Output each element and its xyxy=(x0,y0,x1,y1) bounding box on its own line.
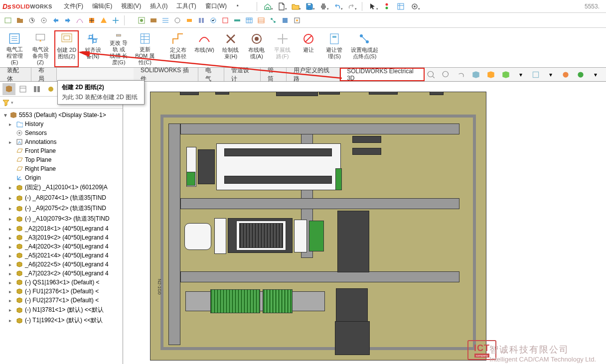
tree-item[interactable]: ▸(-) QS1|1963<1> (Default) < xyxy=(0,278,123,287)
rb-define-route[interactable]: 定义布 线路径 xyxy=(166,30,190,67)
tree-root[interactable]: ▼ 5553 (Default) <Display State-1> xyxy=(0,111,123,120)
fm-tab-config[interactable] xyxy=(30,83,43,95)
tree-item[interactable]: ▸_A4|2020<3> (40*50|Legrand 4 xyxy=(0,242,123,251)
menu-view[interactable]: 视图(V) xyxy=(117,0,145,12)
tb-12[interactable] xyxy=(148,15,159,26)
tree-item[interactable]: ▸(-) FU1|2376<1> (Default) < xyxy=(0,287,123,296)
rb-change-rail[interactable]: 更改 导 轨 或 线槽 长 度(G) xyxy=(107,30,131,67)
open-icon[interactable]: ▾ xyxy=(289,1,302,12)
rb-avoid-mgr[interactable]: 避让管 理(S) xyxy=(322,30,346,67)
redo-icon[interactable]: ▾ xyxy=(345,1,358,12)
tree-item[interactable]: ▸_A3|2019<2> (40*50|Legrand 4 xyxy=(0,233,123,242)
tb-16[interactable] xyxy=(196,15,207,26)
tb-21[interactable] xyxy=(256,15,267,26)
tb-4[interactable] xyxy=(38,15,49,26)
rb-avoid[interactable]: 避让 xyxy=(297,30,320,67)
menu-tools[interactable]: 工具(T) xyxy=(172,0,200,12)
rb-create-2d-drawing[interactable]: 创建 2D 图纸(2) xyxy=(54,30,79,67)
prev-view-icon[interactable] xyxy=(454,69,467,80)
zoom-area-icon[interactable] xyxy=(440,69,453,80)
tree-item[interactable]: ▸_A5|2021<4> (40*50|Legrand 4 xyxy=(0,251,123,260)
tb-19[interactable] xyxy=(232,15,243,26)
tab-sw-electrical-3d[interactable]: SOLIDWORKS Electrical 3D xyxy=(340,68,425,81)
home-icon[interactable]: ▾ xyxy=(261,1,274,12)
cursor-icon[interactable]: ▾ xyxy=(366,1,379,12)
menu-insert[interactable]: 插入(I) xyxy=(146,0,171,12)
tb-22[interactable] xyxy=(268,15,279,26)
tb-3[interactable] xyxy=(26,15,37,26)
tab-assembly[interactable]: 装配体 xyxy=(0,68,31,81)
tb-1[interactable] xyxy=(2,15,13,26)
fm-tab-props[interactable] xyxy=(16,83,29,95)
more2[interactable]: ▾ xyxy=(589,69,602,80)
new-icon[interactable]: ▾ xyxy=(275,1,288,12)
tree-item[interactable]: ▸(-) _A8|2074<1> (轨道35|TIND xyxy=(0,193,123,203)
rb-elec-wizard[interactable]: 电气设 备向导 (Z) xyxy=(28,30,52,67)
tb-20[interactable] xyxy=(244,15,255,26)
tab-sw-plugin[interactable]: SOLIDWORKS 插件 xyxy=(134,68,198,81)
tb-13[interactable] xyxy=(160,15,171,26)
tree-item[interactable]: ▸AAnnotations xyxy=(0,137,123,146)
tree-item[interactable]: ▸(-) _A9|2075<2> (轨道35|TIND xyxy=(0,203,123,214)
traffic-light-icon[interactable] xyxy=(380,1,393,12)
tree-item[interactable]: Right Plane xyxy=(0,164,123,173)
menu-more[interactable]: ⋆ xyxy=(232,0,244,12)
tree-item[interactable]: ▸_A2|2018<1> (40*50|Legrand 4 xyxy=(0,224,123,233)
tb-17[interactable] xyxy=(208,15,219,26)
rb-harness[interactable]: 绘制线 束(H) xyxy=(219,30,243,67)
tb-10[interactable] xyxy=(110,15,121,26)
edit-appearance-icon[interactable] xyxy=(559,69,572,80)
tb-2[interactable] xyxy=(14,15,25,26)
tb-8[interactable] xyxy=(86,15,97,26)
tree-item[interactable]: ▸History xyxy=(0,120,123,128)
tb-9[interactable] xyxy=(98,15,109,26)
tb-11[interactable] xyxy=(136,15,147,26)
rb-wire[interactable]: 布线(W) xyxy=(192,30,217,67)
rb-elec-mgr[interactable]: 电气工 程管理 (E) xyxy=(2,30,26,67)
tree-item[interactable]: Top Plane xyxy=(0,155,123,164)
rb-cable[interactable]: 布线电 缆(A) xyxy=(245,30,269,67)
box2[interactable]: ▾ xyxy=(544,69,557,80)
display-style-icon[interactable] xyxy=(484,69,497,80)
tree-item[interactable]: Origin xyxy=(0,173,123,182)
menu-file[interactable]: 文件(F) xyxy=(60,0,87,12)
tab-tubing[interactable]: 管筒 xyxy=(261,68,286,81)
tb-5[interactable] xyxy=(50,15,61,26)
orientation-icon[interactable]: ▾ xyxy=(514,69,527,80)
tab-electrical[interactable]: 电气 xyxy=(198,68,224,81)
feature-tree[interactable]: ▼ 5553 (Default) <Display State-1> ▸Hist… xyxy=(0,109,123,364)
rb-align[interactable]: 对齐设 备(N) xyxy=(81,30,105,67)
undo-icon[interactable]: ▾ xyxy=(331,1,344,12)
tb-18[interactable] xyxy=(220,15,231,26)
tree-item[interactable]: ▸(-) T1|1992<1> (默认) <<默认 xyxy=(0,315,123,326)
fm-tab-4[interactable] xyxy=(44,83,57,95)
tree-item[interactable]: Front Plane xyxy=(0,146,123,155)
tree-item[interactable]: ▸_A7|2023<2> (40*50|Legrand 4 xyxy=(0,269,123,278)
menu-edit[interactable]: 编辑(E) xyxy=(88,0,116,12)
fm-tab-tree[interactable] xyxy=(2,83,15,95)
settings-icon[interactable]: ▾ xyxy=(408,1,421,12)
scene-icon[interactable] xyxy=(574,69,587,80)
tb-24[interactable] xyxy=(292,15,303,26)
tree-item[interactable]: ▸(固定) _A1|2010<1> (601209|A xyxy=(0,182,123,193)
tb-23[interactable] xyxy=(280,15,291,26)
tree-item[interactable]: ▸_A6|2022<5> (40*50|Legrand 4 xyxy=(0,260,123,269)
tab-userdef[interactable]: 用户定义的线路 xyxy=(287,68,340,81)
box1[interactable] xyxy=(529,69,542,80)
menu-window[interactable]: 窗口(W) xyxy=(201,0,231,12)
props-icon[interactable] xyxy=(394,1,407,12)
section-icon[interactable] xyxy=(469,69,482,80)
tb-15[interactable] xyxy=(184,15,195,26)
tab-piping[interactable]: 管道设计 xyxy=(224,68,261,81)
print-icon[interactable]: ▾ xyxy=(317,1,330,12)
rb-set-cable[interactable]: 设置电缆起 点终点(S) xyxy=(348,30,381,67)
tree-item[interactable]: ▸(-) N1|3781<1> (默认) <<默认 xyxy=(0,305,123,315)
save-icon[interactable]: ▾ xyxy=(303,1,316,12)
rb-bom[interactable]: 更新 BOM 属 性(C) xyxy=(133,30,157,67)
tab-layout[interactable]: 布局 xyxy=(31,68,57,81)
graphics-area[interactable]: N2-1G0 ICT company 智诚科技有限公司 Intelligent … xyxy=(123,82,606,364)
hide-show-icon[interactable] xyxy=(499,69,512,80)
tree-item[interactable]: ▸(-) _A10|2079<3> (轨道35|TIND xyxy=(0,214,123,224)
tb-7[interactable] xyxy=(74,15,85,26)
tree-item[interactable]: Sensors xyxy=(0,128,123,137)
